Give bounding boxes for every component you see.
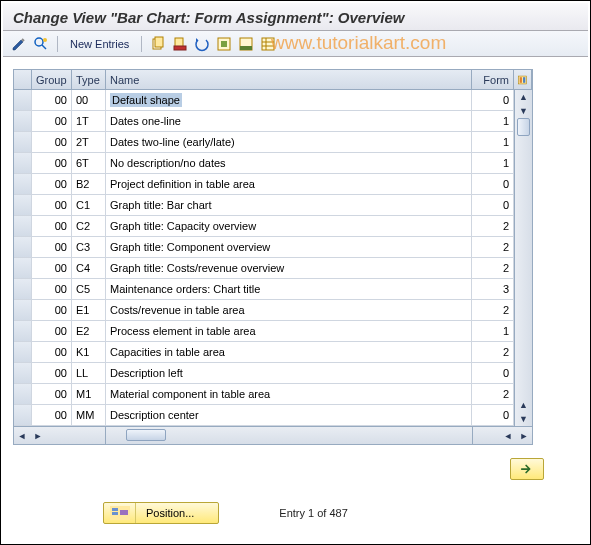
cell-group[interactable]: 00: [32, 216, 72, 237]
cell-group[interactable]: 00: [32, 384, 72, 405]
table-row[interactable]: 00C4Graph title: Costs/revenue overview2: [14, 258, 514, 279]
undo-icon[interactable]: [194, 36, 210, 52]
row-selector[interactable]: [14, 195, 32, 216]
table-settings-icon[interactable]: [260, 36, 276, 52]
table-row[interactable]: 00E2Process element in table area1: [14, 321, 514, 342]
cell-group[interactable]: 00: [32, 132, 72, 153]
hscroll-left-icon[interactable]: ◄: [500, 428, 516, 444]
cell-form[interactable]: 0: [472, 405, 514, 426]
scroll-down-step-icon[interactable]: ▼: [515, 104, 532, 118]
cell-form[interactable]: 0: [472, 90, 514, 111]
cell-name[interactable]: Dates two-line (early/late): [106, 132, 472, 153]
scrollbar-track[interactable]: [515, 118, 532, 398]
cell-form[interactable]: 1: [472, 153, 514, 174]
table-row[interactable]: 001TDates one-line1: [14, 111, 514, 132]
select-all-icon[interactable]: [216, 36, 232, 52]
row-selector[interactable]: [14, 363, 32, 384]
cell-type[interactable]: MM: [72, 405, 106, 426]
table-row[interactable]: 00B2Project definition in table area0: [14, 174, 514, 195]
hscroll-right-fixed-icon[interactable]: ►: [30, 428, 46, 444]
cell-form[interactable]: 1: [472, 132, 514, 153]
cell-group[interactable]: 00: [32, 90, 72, 111]
cell-form[interactable]: 0: [472, 363, 514, 384]
column-header-type[interactable]: Type: [72, 70, 106, 89]
cell-form[interactable]: 2: [472, 384, 514, 405]
continue-button[interactable]: [510, 458, 544, 480]
cell-type[interactable]: E2: [72, 321, 106, 342]
table-row[interactable]: 00C3Graph title: Component overview2: [14, 237, 514, 258]
cell-type[interactable]: 6T: [72, 153, 106, 174]
scroll-down-icon[interactable]: ▼: [515, 412, 532, 426]
cell-form[interactable]: 1: [472, 321, 514, 342]
hscroll-thumb[interactable]: [126, 429, 166, 441]
cell-group[interactable]: 00: [32, 153, 72, 174]
configure-columns-icon[interactable]: [514, 70, 532, 89]
cell-name[interactable]: Description center: [106, 405, 472, 426]
row-selector[interactable]: [14, 279, 32, 300]
table-row[interactable]: 00MMDescription center0: [14, 405, 514, 426]
cell-group[interactable]: 00: [32, 405, 72, 426]
row-selector[interactable]: [14, 384, 32, 405]
cell-name[interactable]: Capacities in table area: [106, 342, 472, 363]
row-selector[interactable]: [14, 153, 32, 174]
cell-name[interactable]: Material component in table area: [106, 384, 472, 405]
row-selector[interactable]: [14, 111, 32, 132]
table-row[interactable]: 002TDates two-line (early/late)1: [14, 132, 514, 153]
select-view-icon[interactable]: [33, 36, 49, 52]
new-entries-button[interactable]: New Entries: [66, 38, 133, 50]
table-row[interactable]: 00C2Graph title: Capacity overview2: [14, 216, 514, 237]
cell-name[interactable]: Graph title: Capacity overview: [106, 216, 472, 237]
table-row[interactable]: 0000Default shape0: [14, 90, 514, 111]
column-header-group[interactable]: Group: [32, 70, 72, 89]
row-selector[interactable]: [14, 237, 32, 258]
toggle-edit-icon[interactable]: [11, 36, 27, 52]
cell-group[interactable]: 00: [32, 342, 72, 363]
horizontal-scrollbar[interactable]: ◄ ► ◄ ►: [14, 426, 532, 444]
table-row[interactable]: 00M1Material component in table area2: [14, 384, 514, 405]
cell-type[interactable]: 00: [72, 90, 106, 111]
cell-type[interactable]: K1: [72, 342, 106, 363]
table-row[interactable]: 00C5Maintenance orders: Chart title3: [14, 279, 514, 300]
cell-form[interactable]: 2: [472, 300, 514, 321]
cell-name[interactable]: No description/no dates: [106, 153, 472, 174]
copy-icon[interactable]: [150, 36, 166, 52]
row-selector[interactable]: [14, 405, 32, 426]
cell-group[interactable]: 00: [32, 111, 72, 132]
cell-name[interactable]: Graph title: Component overview: [106, 237, 472, 258]
vertical-scrollbar[interactable]: ▲ ▼ ▲ ▼: [514, 90, 532, 426]
row-selector-header[interactable]: [14, 70, 32, 89]
cell-type[interactable]: 2T: [72, 132, 106, 153]
cell-name[interactable]: Dates one-line: [106, 111, 472, 132]
cell-name[interactable]: Graph title: Bar chart: [106, 195, 472, 216]
cell-form[interactable]: 2: [472, 342, 514, 363]
cell-form[interactable]: 2: [472, 258, 514, 279]
row-selector[interactable]: [14, 300, 32, 321]
cell-group[interactable]: 00: [32, 279, 72, 300]
row-selector[interactable]: [14, 132, 32, 153]
cell-type[interactable]: 1T: [72, 111, 106, 132]
row-selector[interactable]: [14, 258, 32, 279]
deselect-all-icon[interactable]: [238, 36, 254, 52]
cell-type[interactable]: C5: [72, 279, 106, 300]
scroll-up-step-icon[interactable]: ▲: [515, 398, 532, 412]
cell-group[interactable]: 00: [32, 363, 72, 384]
row-selector[interactable]: [14, 342, 32, 363]
row-selector[interactable]: [14, 174, 32, 195]
cell-group[interactable]: 00: [32, 321, 72, 342]
table-row[interactable]: 00LLDescription left0: [14, 363, 514, 384]
hscroll-right-icon[interactable]: ►: [516, 428, 532, 444]
cell-name[interactable]: Description left: [106, 363, 472, 384]
cell-form[interactable]: 3: [472, 279, 514, 300]
scrollbar-thumb[interactable]: [517, 118, 530, 136]
cell-form[interactable]: 0: [472, 174, 514, 195]
cell-group[interactable]: 00: [32, 174, 72, 195]
cell-name[interactable]: Project definition in table area: [106, 174, 472, 195]
column-header-name[interactable]: Name: [106, 70, 472, 89]
cell-type[interactable]: M1: [72, 384, 106, 405]
table-row[interactable]: 00C1Graph title: Bar chart0: [14, 195, 514, 216]
cell-type[interactable]: C2: [72, 216, 106, 237]
row-selector[interactable]: [14, 216, 32, 237]
cell-type[interactable]: B2: [72, 174, 106, 195]
cell-name[interactable]: Process element in table area: [106, 321, 472, 342]
cell-type[interactable]: C1: [72, 195, 106, 216]
